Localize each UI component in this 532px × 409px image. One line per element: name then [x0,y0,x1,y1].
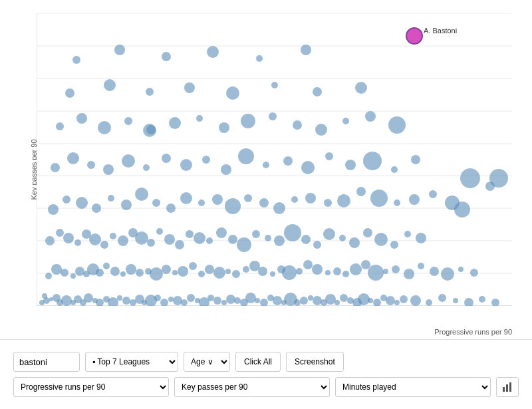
size-select[interactable]: Minutes played Goals per 90 Age [335,377,491,397]
highlighted-player-dot [406,28,422,44]
svg-point-179 [63,196,70,204]
svg-point-193 [273,202,285,214]
svg-point-222 [363,152,382,170]
svg-point-143 [45,236,55,245]
svg-rect-259 [509,382,511,392]
svg-point-45 [117,295,122,301]
svg-point-211 [143,164,150,171]
age-select[interactable]: Age ∨ U21 U23 U25 [184,352,230,372]
svg-point-142 [470,269,478,277]
svg-point-204 [460,168,480,188]
svg-point-165 [265,235,271,241]
svg-point-215 [221,164,231,175]
svg-point-238 [365,111,376,122]
svg-point-161 [216,227,227,238]
svg-point-202 [429,190,437,198]
league-select[interactable]: ▪ Top 7 Leagues All Leagues [85,352,178,372]
svg-point-177 [416,233,426,243]
svg-point-199 [370,190,388,207]
svg-point-151 [118,235,128,246]
svg-point-129 [325,270,331,275]
svg-point-207 [67,152,79,164]
svg-point-73 [300,297,308,305]
svg-point-36 [61,295,72,306]
screenshot-button[interactable]: Screenshot [286,352,344,372]
svg-point-51 [154,295,161,301]
svg-point-66 [255,298,260,303]
svg-point-163 [237,237,251,252]
svg-point-250 [162,52,171,61]
svg-point-154 [147,239,155,247]
svg-point-138 [418,263,424,269]
svg-point-158 [186,230,194,238]
svg-point-34 [42,293,47,299]
svg-point-252 [256,55,263,62]
svg-point-62 [226,295,235,304]
svg-point-72 [294,299,301,306]
svg-point-89 [410,295,421,306]
click-all-button[interactable]: Click All [235,352,281,372]
svg-point-232 [219,122,229,133]
svg-point-131 [342,271,349,277]
svg-point-166 [274,235,285,246]
search-input[interactable] [13,352,80,372]
svg-point-103 [96,269,104,277]
svg-point-65 [245,293,256,303]
svg-point-130 [333,267,341,275]
svg-point-227 [98,121,111,134]
svg-point-208 [87,161,95,169]
svg-point-219 [301,161,315,174]
svg-point-256 [489,169,508,188]
svg-point-52 [160,299,168,306]
svg-point-254 [143,124,156,137]
svg-point-221 [345,160,356,170]
svg-point-106 [120,271,126,277]
svg-point-149 [100,241,108,249]
svg-point-96 [45,273,52,279]
svg-point-135 [383,269,388,274]
svg-point-174 [374,233,388,246]
svg-point-148 [89,233,101,245]
svg-point-246 [313,87,322,96]
svg-point-164 [252,230,260,238]
svg-point-127 [303,260,313,269]
svg-point-150 [110,233,116,239]
svg-point-217 [263,162,269,168]
svg-point-242 [146,88,154,96]
svg-point-234 [269,112,277,120]
svg-point-176 [404,231,411,237]
svg-point-195 [305,193,316,204]
svg-point-206 [51,163,60,172]
svg-point-175 [390,241,398,249]
svg-point-201 [409,194,420,205]
svg-point-59 [207,295,214,301]
svg-point-141 [458,267,464,272]
svg-point-83 [368,298,373,303]
svg-point-248 [72,56,80,64]
svg-point-191 [244,194,252,202]
svg-point-123 [270,271,275,277]
svg-point-87 [394,300,400,305]
svg-point-94 [479,296,485,303]
y-axis-select[interactable]: Key passes per 90 Goals per 90 Assists p… [174,377,330,397]
svg-point-226 [76,113,87,124]
svg-point-209 [103,164,114,175]
svg-point-223 [391,166,398,173]
svg-point-139 [430,267,439,276]
footer-controls: ▪ Top 7 Leagues All Leagues Age ∨ U21 U2… [0,339,532,409]
svg-point-54 [173,296,182,305]
svg-point-187 [180,192,192,204]
svg-point-212 [162,154,171,163]
x-axis-select[interactable]: Progressive runs per 90 Goals per 90 Ass… [13,377,169,397]
svg-point-137 [404,269,414,279]
svg-point-74 [308,295,313,301]
svg-point-116 [205,265,214,274]
bar-chart-button[interactable] [496,377,519,397]
svg-point-240 [65,88,74,98]
svg-point-119 [232,270,240,278]
svg-point-184 [135,188,148,201]
svg-point-160 [206,237,213,244]
svg-point-91 [438,294,446,302]
controls-row-2: Progressive runs per 90 Goals per 90 Ass… [13,377,519,397]
svg-point-198 [356,187,366,196]
